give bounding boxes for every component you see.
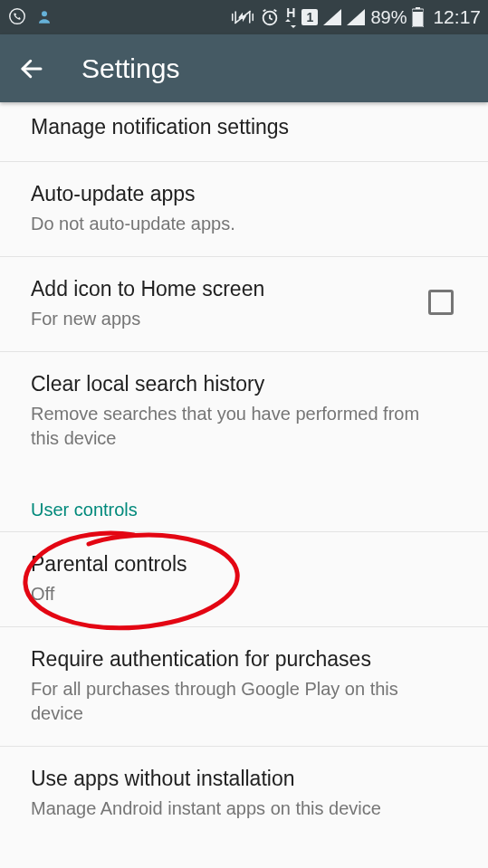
row-title: Use apps without installation bbox=[31, 765, 448, 793]
viber-icon bbox=[7, 7, 27, 27]
row-subtitle: For new apps bbox=[31, 307, 419, 331]
status-left bbox=[7, 7, 53, 27]
row-title: Add icon to Home screen bbox=[31, 275, 419, 303]
row-notifications[interactable]: Manage notification settings bbox=[0, 102, 488, 162]
add-icon-checkbox[interactable] bbox=[428, 290, 454, 315]
section-user-controls: User controls bbox=[0, 471, 488, 531]
back-arrow-icon[interactable] bbox=[18, 55, 45, 82]
settings-list: Manage notification settings Auto-update… bbox=[0, 102, 488, 841]
row-add-icon[interactable]: Add icon to Home screen For new apps bbox=[0, 257, 488, 352]
row-title: Manage notification settings bbox=[31, 113, 448, 141]
row-subtitle: Remove searches that you have performed … bbox=[31, 402, 448, 451]
data-arrows-icon bbox=[285, 19, 296, 28]
page-title: Settings bbox=[81, 53, 179, 84]
svg-point-1 bbox=[42, 11, 47, 16]
svg-point-0 bbox=[10, 9, 25, 24]
network-type: H bbox=[286, 6, 295, 19]
signal-icon bbox=[323, 9, 341, 25]
svg-rect-6 bbox=[413, 12, 423, 26]
row-require-auth[interactable]: Require authentication for purchases For… bbox=[0, 627, 488, 747]
row-instant-apps[interactable]: Use apps without installation Manage And… bbox=[0, 747, 488, 841]
row-subtitle: Manage Android instant apps on this devi… bbox=[31, 796, 448, 821]
row-auto-update[interactable]: Auto-update apps Do not auto-update apps… bbox=[0, 162, 488, 257]
row-title: Require authentication for purchases bbox=[31, 645, 448, 673]
status-bar: H 1 89% 12:17 bbox=[0, 0, 488, 34]
signal-icon-2 bbox=[347, 9, 365, 25]
status-right: H 1 89% 12:17 bbox=[231, 6, 481, 28]
battery-percent: 89% bbox=[370, 7, 407, 28]
row-subtitle: For all purchases through Google Play on… bbox=[31, 677, 448, 726]
app-header: Settings bbox=[0, 34, 488, 102]
row-subtitle: Do not auto-update apps. bbox=[31, 212, 448, 236]
sim-indicator: 1 bbox=[301, 9, 318, 25]
battery-icon bbox=[412, 7, 424, 27]
row-clear-search[interactable]: Clear local search history Remove search… bbox=[0, 352, 488, 471]
user-icon bbox=[36, 8, 53, 26]
row-title: Auto-update apps bbox=[31, 180, 448, 208]
row-title: Clear local search history bbox=[31, 370, 448, 398]
alarm-icon bbox=[260, 7, 280, 27]
clock: 12:17 bbox=[433, 6, 481, 28]
row-parental-controls[interactable]: Parental controls Off bbox=[0, 531, 488, 627]
row-title: Parental controls bbox=[31, 550, 448, 578]
row-subtitle: Off bbox=[31, 582, 448, 606]
vibrate-icon bbox=[231, 7, 254, 27]
